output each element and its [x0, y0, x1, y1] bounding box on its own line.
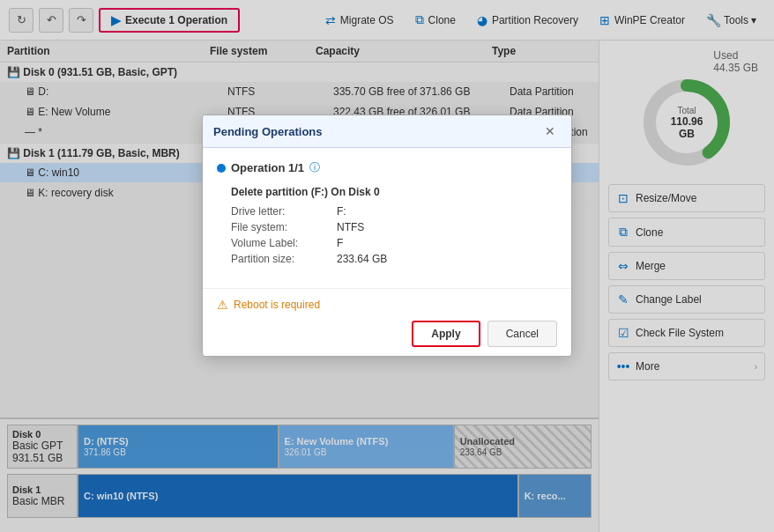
modal-header: Pending Operations ✕	[203, 115, 571, 148]
detail-val-fs: NTFS	[337, 221, 364, 233]
reboot-icon: ⚠	[217, 298, 228, 312]
detail-drive-letter: Drive letter: F:	[231, 205, 557, 218]
detail-val-drive: F:	[337, 205, 346, 218]
operation-dot	[217, 164, 226, 173]
detail-val-ps: 233.64 GB	[337, 253, 387, 265]
pending-operations-modal: Pending Operations ✕ Operation 1/1 ⓘ Del…	[202, 115, 572, 357]
detail-filesystem: File system: NTFS	[231, 221, 557, 233]
detail-partition-size: Partition size: 233.64 GB	[231, 253, 557, 265]
modal-close-button[interactable]: ✕	[540, 122, 561, 140]
detail-key-ps: Partition size:	[231, 253, 337, 265]
modal-actions: Apply Cancel	[217, 321, 557, 347]
info-icon: ⓘ	[309, 160, 320, 175]
reboot-notice: ⚠ Reboot is required	[217, 298, 557, 312]
reboot-text: Reboot is required	[234, 299, 320, 311]
detail-volume-label: Volume Label: F	[231, 237, 557, 249]
modal-body: Operation 1/1 ⓘ Delete partition (F:) On…	[203, 148, 571, 288]
modal-footer: ⚠ Reboot is required Apply Cancel	[203, 288, 571, 356]
modal-title: Pending Operations	[213, 125, 323, 138]
operation-title: Operation 1/1	[231, 161, 304, 174]
detail-key-drive: Drive letter:	[231, 205, 337, 218]
apply-button[interactable]: Apply	[412, 321, 480, 347]
detail-key-fs: File system:	[231, 221, 337, 233]
modal-overlay: Pending Operations ✕ Operation 1/1 ⓘ Del…	[0, 0, 774, 532]
cancel-button[interactable]: Cancel	[487, 321, 557, 347]
detail-key-vl: Volume Label:	[231, 237, 337, 249]
operation-header: Operation 1/1 ⓘ	[217, 160, 557, 175]
detail-val-vl: F	[337, 237, 343, 249]
op-details: Delete partition (F:) On Disk 0 Drive le…	[217, 186, 557, 265]
op-description: Delete partition (F:) On Disk 0	[231, 186, 557, 198]
